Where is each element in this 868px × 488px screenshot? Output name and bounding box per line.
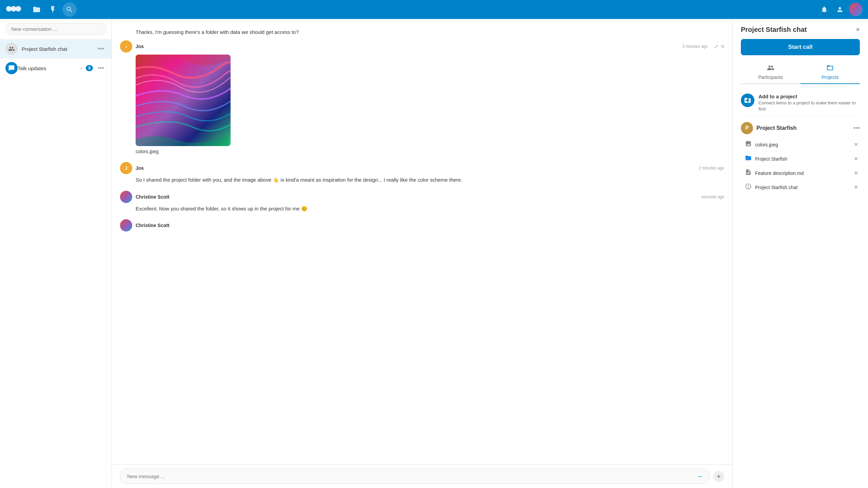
- add-project-description: Connect items to a project to make them …: [758, 100, 860, 112]
- messages-list: Thanks, I'm guessing there's a folder wi…: [112, 19, 732, 464]
- svg-point-2: [16, 6, 21, 12]
- right-panel-title: Project Starfish chat: [741, 26, 807, 34]
- conversation-menu-button[interactable]: •••: [96, 45, 106, 53]
- sidebar: Project Starfish chat ••• Talk updates ✓…: [0, 19, 112, 488]
- file-name-colors: colors.jpeg: [755, 142, 848, 147]
- user-avatar[interactable]: [849, 3, 863, 16]
- participants-tab-label: Participants: [758, 75, 783, 80]
- project-file-item-doc: Feature description.md ✕: [741, 166, 860, 180]
- add-project-title: Add to a project: [758, 94, 860, 99]
- remove-chat-button[interactable]: ✕: [852, 183, 860, 191]
- contacts-icon[interactable]: [833, 3, 846, 16]
- sidebar-item-talk-updates[interactable]: Talk updates ✓ 8 •••: [0, 59, 112, 78]
- panel-tabs: Participants Projects: [741, 61, 860, 84]
- message-sender-christine-2: Christine Scott: [136, 223, 170, 228]
- message-sender: Jos: [136, 44, 144, 49]
- partial-message: Thanks, I'm guessing there's a folder wi…: [120, 26, 724, 40]
- projects-tab-icon: [826, 64, 834, 73]
- message-input-wrapper[interactable]: →: [120, 469, 710, 484]
- expand-icon[interactable]: ⤢: [714, 43, 718, 50]
- new-conversation-search[interactable]: [0, 19, 112, 39]
- files-nav-icon[interactable]: [30, 3, 43, 16]
- message-input[interactable]: [127, 473, 696, 479]
- talk-updates-actions: ✓ 8 •••: [80, 64, 106, 73]
- remove-doc-button[interactable]: ✕: [852, 169, 860, 177]
- remove-colors-button[interactable]: ✕: [852, 141, 860, 149]
- message-body-christine: Excellent. Now you shared the folder, so…: [120, 205, 724, 213]
- chat-input-bar: → +: [112, 464, 732, 488]
- message-group-christine-2: Christine Scott: [120, 219, 724, 231]
- app-logo[interactable]: [5, 1, 22, 18]
- message-sender-jos: Jos: [136, 165, 144, 171]
- close-panel-button[interactable]: ×: [856, 26, 860, 34]
- add-to-project-item[interactable]: Add to a project Connect items to a proj…: [741, 89, 860, 117]
- add-project-text: Add to a project Connect items to a proj…: [758, 94, 860, 112]
- remove-folder-button[interactable]: ✕: [852, 155, 860, 163]
- svg-point-1: [11, 6, 16, 12]
- message-time: 3 minutes ago: [682, 44, 708, 49]
- colors-jpeg-image: [136, 55, 231, 146]
- sidebar-item-project-starfish-chat[interactable]: Project Starfish chat •••: [0, 39, 112, 59]
- message-time-christine: seconds ago: [701, 195, 724, 199]
- image-filename: colors.jpeg: [136, 148, 724, 155]
- right-panel-header: Project Starfish chat ×: [733, 19, 868, 34]
- jos-avatar: J: [120, 40, 132, 53]
- project-file-item-chat: Project Starfish chat ✕: [741, 180, 860, 195]
- message-header-jos: J Jos 2 minutes ago: [120, 162, 724, 174]
- message-body-jos: So I shared the project folder with you,…: [120, 176, 724, 184]
- conversation-list: Project Starfish chat ••• Talk updates ✓…: [0, 39, 112, 488]
- notifications-icon[interactable]: [818, 3, 831, 16]
- project-file-item-folder: Project Starfish ✕: [741, 152, 860, 166]
- image-file-icon: [745, 140, 752, 149]
- message-image[interactable]: [136, 55, 231, 146]
- jos-avatar-2: J: [120, 162, 132, 174]
- new-conversation-input[interactable]: [5, 23, 106, 35]
- project-file-item-colors: colors.jpeg ✕: [741, 138, 860, 152]
- participants-tab-icon: [767, 64, 774, 73]
- christine-avatar: [120, 191, 132, 203]
- file-name-chat: Project Starfish chat: [755, 185, 848, 190]
- right-panel: Project Starfish chat × Start call Parti…: [732, 19, 868, 488]
- activity-nav-icon[interactable]: [46, 3, 60, 16]
- project-letter-icon: P: [741, 122, 753, 134]
- file-name-folder: Project Starfish: [755, 156, 848, 162]
- conversation-info: Project Starfish chat: [22, 46, 96, 52]
- doc-file-icon: [745, 169, 752, 177]
- unread-badge: 8: [86, 65, 93, 71]
- message-time-jos: 2 minutes ago: [699, 166, 724, 170]
- project-name: Project Starfish: [756, 125, 850, 131]
- top-navigation: [0, 0, 868, 19]
- tab-participants[interactable]: Participants: [741, 61, 801, 83]
- add-attachment-button[interactable]: +: [713, 471, 724, 482]
- start-call-button[interactable]: Start call: [741, 39, 860, 55]
- message-menu-icon[interactable]: ≡: [721, 43, 724, 50]
- message-group-christine: Christine Scott seconds ago Excellent. N…: [120, 191, 724, 213]
- project-header: P Project Starfish •••: [741, 122, 860, 134]
- partial-message-text: Thanks, I'm guessing there's a folder wi…: [120, 26, 724, 40]
- send-button[interactable]: →: [696, 472, 703, 480]
- message-group-jos-image: J Jos 3 minutes ago ⤢ ≡: [120, 40, 724, 155]
- message-body-image: colors.jpeg: [120, 55, 724, 155]
- add-project-icon: [741, 94, 754, 107]
- search-nav-icon[interactable]: [62, 2, 77, 17]
- svg-point-0: [6, 6, 12, 12]
- chat-file-icon: [745, 183, 752, 191]
- message-group-jos-text: J Jos 2 minutes ago So I shared the proj…: [120, 162, 724, 184]
- conversation-actions: •••: [96, 45, 106, 53]
- project-section: P Project Starfish ••• colors.jpeg ✕: [741, 122, 860, 195]
- message-header-christine-2: Christine Scott: [120, 219, 724, 231]
- folder-file-icon: [745, 155, 752, 163]
- projects-tab-label: Projects: [822, 75, 839, 80]
- project-menu-button[interactable]: •••: [853, 125, 860, 132]
- christine-avatar-2: [120, 219, 132, 231]
- talk-updates-menu-button[interactable]: •••: [96, 64, 106, 73]
- message-header: J Jos 3 minutes ago ⤢ ≡: [120, 40, 724, 53]
- talk-updates-avatar: [5, 62, 18, 74]
- panel-content: Add to a project Connect items to a proj…: [733, 84, 868, 488]
- tab-projects[interactable]: Projects: [801, 61, 860, 84]
- message-sender-christine: Christine Scott: [136, 194, 170, 200]
- conversation-avatar: [5, 43, 18, 55]
- file-name-doc: Feature description.md: [755, 170, 848, 176]
- chat-area: Thanks, I'm guessing there's a folder wi…: [112, 19, 732, 488]
- talk-updates-info: Talk updates: [18, 65, 80, 71]
